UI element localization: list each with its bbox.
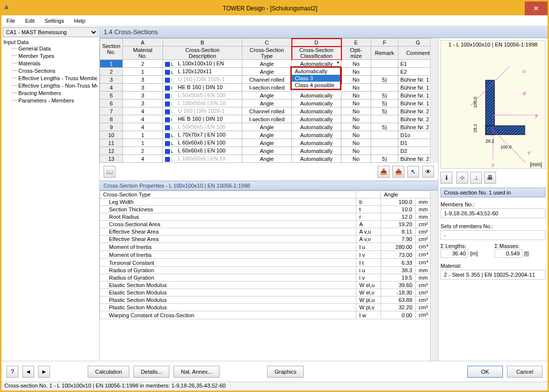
table-toolbar: 📖 📥 📤 ↖ 👁	[100, 163, 438, 181]
menu-help[interactable]: Help	[72, 17, 87, 25]
preview-toolbar: ℹ ⊹ ⟂ 🖶	[440, 171, 546, 185]
prop-row: Plastic Section ModulusW pl,v32.20cm³	[100, 304, 438, 311]
dim-1: 100.0	[473, 97, 478, 108]
lengths-unit: [m]	[470, 250, 478, 256]
table-row[interactable]: 84IHE B 160 | DIN 10I-section rolledAuto…	[100, 115, 438, 123]
prop-row: Moment of InertiaI v73.00cm⁴	[100, 251, 438, 259]
status-bar: Cross-section No. 1 - L 100x100x10 | EN …	[1, 382, 548, 391]
members-label: Members No.:	[440, 201, 546, 207]
nat-annex-button[interactable]: Nat. Annex...	[173, 366, 220, 378]
prop-row: Leg Widthb100.0mm	[100, 198, 438, 206]
table-row[interactable]: 53LL 50x50x5 | EN 100AngleAutomaticallyN…	[100, 92, 438, 99]
table-row[interactable]: 12LL 100x100x10 | ENAngleAutomaticallyAu…	[100, 60, 438, 68]
table-row[interactable]: 134LL 100x50x6 | EN 10AngleAutomatically…	[100, 155, 438, 163]
masses-label: Σ Masses:	[494, 243, 546, 249]
close-button[interactable]: ✕	[525, 1, 548, 15]
graphics-button[interactable]: Graphics	[267, 366, 304, 378]
menubar: File Edit Settings Help	[1, 15, 548, 26]
properties-header: Cross-Section Properties - L 100x100x10 …	[100, 181, 438, 191]
table-row[interactable]: 21LL 120x120x11AngleNoE2	[100, 68, 438, 76]
classification-dropdown[interactable]: AutomaticallyAutomaticallyClass 3Class 4…	[292, 60, 341, 68]
table-row[interactable]: 63LL 100x50x6 | EN 10AngleAutomaticallyN…	[100, 99, 438, 107]
dimensions-button[interactable]: ⟂	[470, 172, 482, 184]
menu-file[interactable]: File	[4, 17, 17, 25]
table-row[interactable]: 43IHE B 160 | DIN 10I-section rolledNoBü…	[100, 84, 438, 92]
table-row[interactable]: 33CU 160 | DIN 1026-1Channel rolledNo5)B…	[100, 76, 438, 84]
prop-row: Warping Constant of Cross-SectionI w0.00…	[100, 311, 438, 319]
prop-row: Section Thicknesst10.0mm	[100, 206, 438, 213]
next-button[interactable]: ►	[38, 366, 50, 378]
masses-unit: [t]	[524, 250, 529, 256]
preview-title: 1 - L 100x100x10 | EN 10056-1:1998	[441, 42, 545, 48]
table-row[interactable]: 74CU 160 | DIN 1026-1Channel rolledAutom…	[100, 107, 438, 115]
tree-item[interactable]: ⋯ Effective Lengths - Non-Truss Members	[3, 82, 97, 90]
table-row[interactable]: 122LL 60x60x6 | EN 100AngleAutomatically…	[100, 147, 438, 155]
project-select[interactable]: CA1 - MAST Bemessung	[2, 27, 98, 37]
section-preview: 1 - L 100x100x10 | EN 10056-1:1998 u y v…	[440, 40, 546, 169]
axes-button[interactable]: ⊹	[456, 172, 468, 184]
export-button[interactable]: 📤	[392, 166, 404, 178]
axis-y: y	[535, 112, 538, 118]
menu-edit[interactable]: Edit	[23, 17, 37, 25]
table-row[interactable]: 94LL 50x50x5 | EN 100AngleAutomaticallyN…	[100, 123, 438, 131]
sets-label: Sets of members No.:	[440, 223, 546, 229]
help-button[interactable]: ?	[6, 366, 18, 378]
table-scrollbar[interactable]	[430, 38, 438, 163]
dim-3: 28.2	[486, 139, 494, 144]
prop-row: Cross-Sectional AreaA19.20cm²	[100, 221, 438, 228]
sidebar: CA1 - MAST Bemessung Input Data ⋯ Genera…	[1, 26, 100, 361]
page-title: 1.4 Cross-Sections	[100, 26, 548, 38]
nav-tree: Input Data ⋯ General Data⋯ Member Types⋯…	[1, 38, 99, 361]
dim-4: 100.0	[500, 145, 512, 149]
properties-table[interactable]: Cross-Section TypeAngleLeg Widthb100.0mm…	[100, 191, 438, 361]
calculation-button[interactable]: Calculation	[88, 366, 129, 378]
masses-value: 0.549	[494, 249, 522, 258]
lengths-label: Σ Lengths:	[440, 243, 492, 249]
titlebar: A TOWER Design - [Schulungsmast2] ✕	[1, 1, 548, 15]
info-button[interactable]: ℹ	[440, 172, 452, 184]
window-title: TOWER Design - [Schulungsmast2]	[15, 5, 525, 12]
menu-settings[interactable]: Settings	[43, 17, 66, 25]
tree-item[interactable]: ⋯ Effective Lengths - Truss Members	[3, 75, 97, 82]
prop-row: Effective Shear AreaA v,v7.90cm²	[100, 236, 438, 243]
app-window: A TOWER Design - [Schulungsmast2] ✕ File…	[0, 0, 549, 392]
footer: ? ◄ ► Calculation Details... Nat. Annex.…	[1, 361, 548, 382]
view-button[interactable]: 👁	[422, 166, 434, 178]
cross-sections-table[interactable]: SectionNo.ABCDEFGMaterialNo.Cross-Sectio…	[100, 38, 438, 163]
app-icon: A	[4, 4, 12, 12]
library-button[interactable]: 📖	[104, 166, 115, 178]
prop-row: Elastic Section ModulusW el,u39.60cm³	[100, 282, 438, 289]
tree-item[interactable]: ⋯ Cross-Sections	[3, 67, 97, 75]
import-button[interactable]: 📥	[378, 166, 389, 178]
usage-header: Cross-section No. 1 used in	[440, 188, 546, 197]
details-button[interactable]: Details...	[133, 366, 169, 378]
members-value: 1-9,18-26,35-43,52-60	[440, 208, 546, 218]
tree-item[interactable]: ⋯ Bracing Members	[3, 90, 97, 97]
print-button[interactable]: 🖶	[484, 172, 496, 184]
tree-root[interactable]: Input Data	[3, 39, 97, 45]
tree-item[interactable]: ⋯ Member Types	[3, 52, 97, 60]
props-scrollbar[interactable]	[430, 191, 438, 361]
prop-row: Cross-Section TypeAngle	[100, 191, 438, 198]
prev-button[interactable]: ◄	[22, 366, 34, 378]
section-shape	[466, 70, 525, 149]
prop-row: Plastic Section ModulusW pl,u63.88cm³	[100, 296, 438, 304]
tree-item[interactable]: ⋯ Parameters - Members	[3, 97, 97, 104]
axis-alpha: α	[523, 90, 526, 96]
preview-unit: [mm]	[530, 161, 542, 167]
lengths-value: 36.40	[440, 249, 468, 258]
tree-item[interactable]: ⋯ Materials	[3, 60, 97, 67]
material-label: Material:	[440, 263, 546, 269]
material-value: 2 - Steel S 355 | EN 10025-2:2004-11	[440, 270, 546, 280]
pick-button[interactable]: ↖	[407, 166, 419, 178]
table-row[interactable]: 101LL 70x70x7 | EN 100AngleAutomatically…	[100, 131, 438, 139]
tree-item[interactable]: ⋯ General Data	[3, 45, 97, 52]
axis-u: u	[523, 68, 526, 74]
prop-row: Effective Shear AreaA v,u8.11cm²	[100, 228, 438, 236]
table-row[interactable]: 111LL 60x60x6 | EN 100AngleAutomatically…	[100, 139, 438, 147]
cancel-button[interactable]: Cancel	[507, 366, 543, 378]
axis-v: v	[528, 149, 531, 155]
prop-row: Torsional ConstantI t6.33cm⁴	[100, 259, 438, 267]
ok-button[interactable]: OK	[467, 366, 503, 378]
prop-row: Elastic Section ModulusW el,v-18.30cm³	[100, 289, 438, 296]
